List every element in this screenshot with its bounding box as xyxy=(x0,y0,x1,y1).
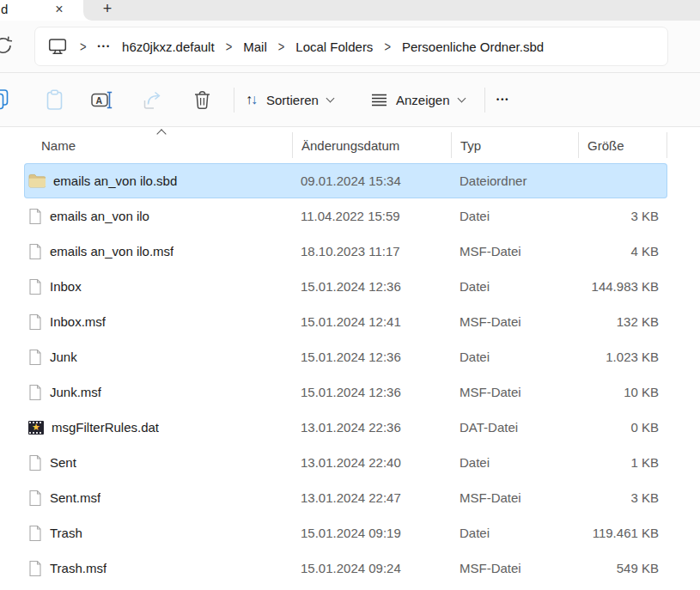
file-size: 1 KB xyxy=(578,455,667,470)
file-date: 11.04.2022 15:59 xyxy=(292,209,451,223)
file-icon xyxy=(28,349,42,366)
active-tab-title: d xyxy=(1,2,8,16)
file-type: MSF-Datei xyxy=(451,244,578,259)
file-name: Inbox xyxy=(50,279,82,294)
file-type: Datei xyxy=(451,455,578,470)
close-tab-icon[interactable]: × xyxy=(50,0,69,19)
view-button-label: Anzeigen xyxy=(396,93,450,107)
table-row[interactable]: emails an_von ilo.sbd09.01.2024 15:34Dat… xyxy=(24,163,667,198)
file-icon xyxy=(28,243,42,260)
table-row[interactable]: Sent.msf13.01.2024 22:47MSF-Datei3 KB xyxy=(24,480,667,515)
file-name: Sent.msf xyxy=(50,490,100,505)
file-date: 13.01.2024 22:47 xyxy=(292,490,451,505)
breadcrumb-item[interactable]: Mail xyxy=(243,40,267,54)
table-row[interactable]: Junk.msf15.01.2024 12:36MSF-Datei10 KB xyxy=(24,374,667,410)
svg-text:A: A xyxy=(96,94,103,105)
file-icon xyxy=(28,490,42,507)
address-field[interactable]: > ••• h6z0jkxz.default>Mail>Local Folder… xyxy=(34,27,668,66)
breadcrumb: h6z0jkxz.default>Mail>Local Folders>Pers… xyxy=(122,40,544,54)
file-type: MSF-Datei xyxy=(451,314,578,329)
breadcrumb-chevron-icon: > xyxy=(226,39,233,54)
file-name: Junk xyxy=(50,350,77,364)
table-row[interactable]: emails an_von ilo.msf18.10.2023 11:17MSF… xyxy=(24,234,667,269)
file-type: Datei xyxy=(451,279,578,294)
sort-button[interactable]: ↑↓ Sortieren xyxy=(246,73,333,126)
file-size: 1.023 KB xyxy=(578,350,667,364)
see-more-icon: ••• xyxy=(496,95,509,104)
file-name: msgFilterRules.dat xyxy=(52,420,159,435)
file-size: 549 KB xyxy=(578,561,667,575)
file-size: 10 KB xyxy=(578,385,667,399)
file-name-cell: Inbox xyxy=(24,278,292,295)
toolbar-divider xyxy=(234,88,234,113)
view-button[interactable]: Anzeigen xyxy=(371,73,465,126)
table-row[interactable]: emails an_von ilo11.04.2022 15:59Datei3 … xyxy=(24,198,667,234)
file-name-cell: Junk.msf xyxy=(24,384,292,401)
file-date: 15.01.2024 12:36 xyxy=(292,350,451,364)
file-type: Datei xyxy=(451,209,578,223)
dat-icon: ★ xyxy=(28,421,44,435)
breadcrumb-chevron-icon: > xyxy=(80,39,87,54)
table-row[interactable]: Inbox15.01.2024 12:36Datei144.983 KB xyxy=(24,269,667,304)
file-icon xyxy=(28,560,42,577)
file-icon xyxy=(28,313,42,331)
sort-button-label: Sortieren xyxy=(266,93,319,107)
breadcrumb-item[interactable]: Local Folders xyxy=(295,40,373,54)
breadcrumb-overflow-icon[interactable]: ••• xyxy=(98,42,111,51)
command-bar: A ↑↓ Sortieren Anzeigen ••• xyxy=(0,73,700,127)
table-row[interactable]: Junk15.01.2024 12:36Datei1.023 KB xyxy=(24,339,667,374)
column-header-size[interactable]: Größe xyxy=(578,132,667,158)
rename-icon[interactable]: A xyxy=(91,73,114,126)
file-size: 3 KB xyxy=(578,209,667,223)
copy-icon[interactable] xyxy=(0,73,11,126)
file-name-cell: emails an_von ilo.sbd xyxy=(24,173,292,188)
delete-icon[interactable] xyxy=(192,73,212,126)
file-date: 09.01.2024 15:34 xyxy=(292,173,451,188)
sort-arrows-icon: ↑↓ xyxy=(246,93,258,106)
tab-strip-background xyxy=(83,0,700,21)
file-icon xyxy=(28,384,42,401)
file-date: 15.01.2024 12:36 xyxy=(292,279,451,294)
file-name: Trash xyxy=(50,526,82,540)
file-type: MSF-Datei xyxy=(451,490,578,505)
breadcrumb-item[interactable]: Persoenliche Ordner.sbd xyxy=(402,40,544,54)
table-row[interactable]: Inbox.msf15.01.2024 12:41MSF-Datei132 KB xyxy=(24,304,667,339)
file-type: MSF-Datei xyxy=(451,385,578,399)
chevron-down-icon xyxy=(326,94,334,102)
file-name-cell: Sent.msf xyxy=(24,490,292,507)
file-name-cell: emails an_von ilo xyxy=(24,208,292,225)
file-name: Trash.msf xyxy=(50,561,107,575)
column-header-type[interactable]: Typ xyxy=(451,132,578,158)
table-row[interactable]: Sent13.01.2024 22:40Datei1 KB xyxy=(24,445,667,480)
file-name: emails an_von ilo.msf xyxy=(50,244,173,259)
table-row[interactable]: ★msgFilterRules.dat13.01.2024 22:36DAT-D… xyxy=(24,410,667,445)
file-size: 119.461 KB xyxy=(578,526,667,540)
view-lines-icon xyxy=(371,93,387,107)
file-name: Sent xyxy=(50,455,76,470)
file-name-cell: Junk xyxy=(24,349,292,366)
share-icon[interactable] xyxy=(142,73,163,126)
file-name: Inbox.msf xyxy=(50,314,106,329)
this-pc-icon[interactable] xyxy=(48,38,67,55)
column-header-date[interactable]: Änderungsdatum xyxy=(292,132,451,158)
folder-icon xyxy=(28,173,46,188)
file-icon xyxy=(28,454,42,471)
refresh-icon[interactable] xyxy=(0,33,15,60)
column-header-row: Name Änderungsdatum Typ Größe xyxy=(24,128,667,162)
paste-icon[interactable] xyxy=(45,73,64,126)
table-row[interactable]: Trash15.01.2024 09:19Datei119.461 KB xyxy=(24,515,667,550)
table-row[interactable]: Trash.msf15.01.2024 09:24MSF-Datei549 KB xyxy=(24,550,667,586)
file-type: Dateiordner xyxy=(451,173,578,188)
breadcrumb-item[interactable]: h6z0jkxz.default xyxy=(122,40,215,54)
new-tab-button[interactable]: + xyxy=(96,0,119,19)
file-size: 132 KB xyxy=(578,314,667,329)
file-date: 15.01.2024 12:36 xyxy=(292,385,451,399)
address-bar-row: > ••• h6z0jkxz.default>Mail>Local Folder… xyxy=(0,21,700,73)
file-date: 15.01.2024 09:24 xyxy=(292,561,451,575)
file-name-cell: Trash.msf xyxy=(24,560,292,577)
file-list: emails an_von ilo.sbd09.01.2024 15:34Dat… xyxy=(24,163,667,586)
see-more-button[interactable]: ••• xyxy=(496,73,509,126)
file-type: DAT-Datei xyxy=(451,420,578,435)
toolbar-divider xyxy=(484,88,485,113)
file-date: 13.01.2024 22:40 xyxy=(292,455,451,470)
